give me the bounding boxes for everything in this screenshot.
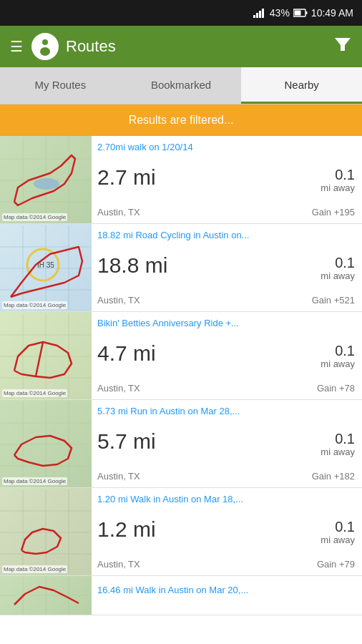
- route-bottom-row: Austin, TX Gain +521: [97, 295, 355, 306]
- route-away: 0.1 mi away: [321, 165, 355, 195]
- route-main-row: 5.7 mi 0.1 mi away: [97, 429, 355, 459]
- route-map: IH 35 Map data ©2014 Google: [0, 224, 92, 311]
- route-location: Austin, TX: [97, 559, 140, 570]
- funnel-icon: [333, 35, 352, 54]
- route-away: 0.1 mi away: [321, 253, 355, 283]
- svg-marker-9: [335, 38, 351, 51]
- route-gain: Gain +521: [312, 295, 355, 306]
- routes-list[interactable]: Map data ©2014 Google 2.70mi walk on 1/2…: [0, 136, 362, 644]
- route-title[interactable]: 5.73 mi Run in Austin on Mar 28,...: [97, 406, 355, 418]
- route-away: 0.1 mi away: [321, 341, 355, 371]
- route-item[interactable]: IH 35 Map data ©2014 Google 18.82 mi Roa…: [0, 224, 362, 312]
- svg-rect-5: [305, 11, 307, 14]
- filter-text: Results are filtered...: [129, 114, 234, 127]
- svg-rect-6: [294, 11, 300, 16]
- route-details: 1.20 mi Walk in Austin on Mar 18,... 1.2…: [92, 488, 362, 575]
- route-path-svg: [0, 488, 92, 575]
- time-display: 10:49 AM: [311, 7, 353, 19]
- route-gain: Gain +195: [312, 207, 355, 218]
- route-main-row: 2.7 mi 0.1 mi away: [97, 165, 355, 195]
- away-number: 0.1: [321, 519, 355, 535]
- route-item[interactable]: Map data ©2014 Google 5.73 mi Run in Aus…: [0, 400, 362, 488]
- away-number: 0.1: [321, 431, 355, 447]
- route-details: 5.73 mi Run in Austin on Mar 28,... 5.7 …: [92, 400, 362, 487]
- route-map: Map data ©2014 Google: [0, 400, 92, 487]
- route-title[interactable]: 18.82 mi Road Cycling in Austin on...: [97, 230, 355, 242]
- battery-icon: [293, 9, 308, 17]
- route-gain: Gain +79: [317, 559, 355, 570]
- route-map: [0, 576, 92, 615]
- tab-my-routes[interactable]: My Routes: [0, 67, 121, 104]
- route-gain: Gain +78: [317, 383, 355, 394]
- route-path-svg: [0, 400, 92, 487]
- menu-icon[interactable]: ☰: [10, 38, 23, 55]
- filter-banner: Results are filtered...: [0, 104, 362, 136]
- app-header: ☰ Routes: [0, 26, 362, 67]
- route-title[interactable]: Bikin' Betties Anniversary Ride +...: [97, 318, 355, 330]
- status-bar: 43% 10:49 AM: [0, 0, 362, 26]
- status-icons: 43% 10:49 AM: [253, 7, 353, 19]
- svg-rect-0: [253, 15, 255, 18]
- route-item[interactable]: Map data ©2014 Google 2.70mi walk on 1/2…: [0, 136, 362, 224]
- route-location: Austin, TX: [97, 383, 140, 394]
- route-main-row: 1.2 mi 0.1 mi away: [97, 517, 355, 547]
- away-label: mi away: [321, 358, 355, 369]
- away-number: 0.1: [321, 343, 355, 358]
- route-map: Map data ©2014 Google: [0, 312, 92, 399]
- page-title: Routes: [66, 37, 333, 56]
- route-bottom-row: Austin, TX Gain +195: [97, 207, 355, 218]
- route-details: Bikin' Betties Anniversary Ride +... 4.7…: [92, 312, 362, 399]
- route-distance: 2.7 mi: [97, 165, 156, 189]
- route-details: 16.46 mi Walk in Austin on Mar 20,...: [92, 576, 362, 615]
- route-away: 0.1 mi away: [321, 429, 355, 459]
- route-path-svg: IH 35: [0, 224, 92, 311]
- route-bottom-row: Austin, TX Gain +79: [97, 559, 355, 570]
- svg-rect-1: [256, 13, 258, 18]
- route-main-row: 4.7 mi 0.1 mi away: [97, 341, 355, 371]
- route-gain: Gain +182: [312, 471, 355, 482]
- route-location: Austin, TX: [97, 295, 140, 306]
- route-map: Map data ©2014 Google: [0, 136, 92, 223]
- away-number: 0.1: [321, 167, 355, 182]
- away-label: mi away: [321, 447, 355, 457]
- route-title[interactable]: 16.46 mi Walk in Austin on Mar 20,...: [97, 585, 355, 597]
- signal-icon: [253, 8, 266, 18]
- route-path-svg: [0, 312, 92, 399]
- route-item[interactable]: 16.46 mi Walk in Austin on Mar 20,...: [0, 576, 362, 615]
- route-title[interactable]: 1.20 mi Walk in Austin on Mar 18,...: [97, 494, 355, 506]
- map-credit: Map data ©2014 Google: [2, 301, 67, 309]
- route-distance: 1.2 mi: [97, 517, 156, 541]
- route-item[interactable]: Map data ©2014 Google 1.20 mi Walk in Au…: [0, 488, 362, 576]
- map-credit: Map data ©2014 Google: [2, 213, 67, 221]
- away-number: 0.1: [321, 255, 355, 270]
- route-item[interactable]: Map data ©2014 Google Bikin' Betties Ann…: [0, 312, 362, 400]
- route-distance: 4.7 mi: [97, 341, 156, 365]
- tab-bar: My Routes Bookmarked Nearby: [0, 67, 362, 104]
- svg-point-7: [42, 39, 48, 45]
- app-logo: [31, 33, 59, 60]
- route-distance: 18.8 mi: [97, 253, 167, 277]
- route-path-svg: [0, 576, 92, 615]
- svg-rect-3: [262, 9, 264, 18]
- route-details: 18.82 mi Road Cycling in Austin on... 18…: [92, 224, 362, 311]
- route-path-svg: [0, 136, 92, 223]
- route-distance: 5.7 mi: [97, 429, 156, 453]
- route-map: Map data ©2014 Google: [0, 488, 92, 575]
- route-location: Austin, TX: [97, 471, 140, 482]
- tab-bookmarked[interactable]: Bookmarked: [121, 67, 242, 104]
- battery-text: 43%: [270, 7, 290, 19]
- route-away: 0.1 mi away: [321, 517, 355, 547]
- route-details: 2.70mi walk on 1/20/14 2.7 mi 0.1 mi awa…: [92, 136, 362, 223]
- svg-point-16: [34, 178, 59, 190]
- filter-icon[interactable]: [333, 35, 352, 58]
- route-bottom-row: Austin, TX Gain +78: [97, 383, 355, 394]
- route-bottom-row: Austin, TX Gain +182: [97, 471, 355, 482]
- route-main-row: 18.8 mi 0.1 mi away: [97, 253, 355, 283]
- map-credit: Map data ©2014 Google: [2, 389, 67, 397]
- route-title[interactable]: 2.70mi walk on 1/20/14: [97, 142, 355, 154]
- away-label: mi away: [321, 535, 355, 545]
- map-credit: Map data ©2014 Google: [2, 565, 67, 573]
- svg-rect-2: [259, 11, 261, 18]
- tab-nearby[interactable]: Nearby: [241, 67, 362, 104]
- person-icon: [36, 37, 54, 56]
